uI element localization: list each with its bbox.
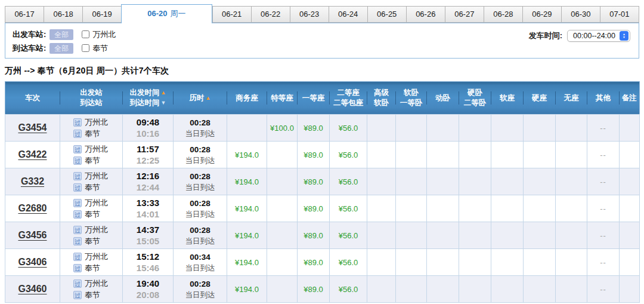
col-depart-time[interactable]: 出发时间▲ — [123, 88, 174, 98]
col-depart-station: 出发站 — [60, 88, 123, 98]
pass-station-icon: 过 — [73, 183, 82, 192]
stations-cell: 过 万州北 过 奉节 — [60, 276, 123, 303]
date-tab[interactable]: 06-29 — [522, 6, 561, 23]
times-cell: 19:40 20:08 — [123, 276, 174, 303]
date-tab[interactable]: 06-30 — [561, 6, 600, 23]
premier-seat-price — [267, 222, 298, 249]
remark-cell — [620, 249, 640, 276]
duration-cell: 00:28 当日到达 — [174, 195, 227, 222]
pass-station-icon: 过 — [73, 130, 82, 138]
sort-asc-icon[interactable]: ▲ — [206, 95, 211, 101]
times-cell: 13:33 14:01 — [123, 195, 174, 222]
stations-cell: 过 万州北 过 奉节 — [60, 115, 123, 142]
train-number-link[interactable]: G3454 — [18, 122, 47, 133]
arrive-time-value: 15:05 — [123, 235, 173, 247]
business-seat-price: ¥194.0 — [227, 168, 267, 195]
adv-soft-sleeper-cell — [367, 222, 396, 249]
remark-cell — [620, 276, 640, 303]
date-tab[interactable]: 06-27 — [445, 6, 484, 23]
soft-sleeper-cell — [396, 168, 427, 195]
other-cell: -- — [587, 115, 620, 142]
arrive-day-label: 当日到达 — [174, 290, 227, 300]
adv-soft-sleeper-cell — [367, 115, 396, 142]
depart-station-name: 万州北 — [85, 251, 108, 262]
other-cell: -- — [587, 249, 620, 276]
date-tab[interactable]: 06-26 — [406, 6, 445, 23]
adv-soft-sleeper-cell — [367, 168, 396, 195]
hard-sleeper-cell — [459, 249, 491, 276]
date-tab[interactable]: 07-01 — [600, 6, 639, 23]
train-number-link[interactable]: G2680 — [18, 203, 47, 213]
sort-desc-icon[interactable]: ▼ — [161, 100, 166, 106]
first-class-price: ¥89.0 — [298, 115, 330, 142]
date-tab[interactable]: 06-23 — [290, 6, 329, 23]
arrive-station-all-button[interactable]: 全部 — [49, 43, 73, 54]
depart-time-value: 15:12 — [123, 251, 173, 262]
depart-station-name: 万州北 — [85, 144, 108, 155]
sort-asc-icon[interactable]: ▲ — [161, 90, 166, 96]
pass-station-icon: 过 — [73, 145, 82, 153]
soft-seat-cell — [491, 276, 524, 303]
depart-station-name: 万州北 — [85, 278, 108, 289]
business-seat-price: ¥194.0 — [227, 249, 267, 276]
soft-sleeper-cell — [396, 249, 427, 276]
date-tab[interactable]: 06-22 — [251, 6, 290, 23]
date-tab[interactable]: 06-28 — [484, 6, 522, 23]
soft-seat-cell — [491, 195, 524, 222]
date-tab[interactable]: 06-19 — [82, 6, 121, 23]
first-class-price: ¥89.0 — [298, 142, 330, 168]
train-number-link[interactable]: G3456 — [18, 230, 47, 240]
hard-seat-cell — [524, 276, 556, 303]
date-tab[interactable]: 06-24 — [329, 6, 367, 23]
date-tab-label: 06-29 — [532, 10, 552, 19]
business-seat-price — [227, 115, 267, 142]
train-row: G3456 过 万州北 过 奉节 14:37 15:05 00:28 当日到达 … — [5, 222, 640, 249]
train-no-cell: G3406 — [5, 249, 60, 276]
col-first-class: 一等座 — [298, 82, 330, 115]
first-class-price: ¥89.0 — [298, 249, 330, 276]
date-tab[interactable]: 06-25 — [367, 6, 406, 23]
soft-sleeper-cell — [396, 115, 427, 142]
date-tab[interactable]: 06-21 — [212, 6, 251, 23]
arrive-station-name: 奉节 — [85, 128, 100, 139]
arrive-day-label: 当日到达 — [174, 209, 227, 220]
depart-station-label: 出发车站: — [13, 29, 46, 40]
date-tab[interactable]: 06-20周一 — [121, 4, 212, 23]
arrive-time-value: 12:44 — [123, 182, 173, 193]
depart-station-checkbox[interactable] — [82, 30, 89, 38]
train-table-body: G3454 过 万州北 过 奉节 09:48 10:16 00:28 当日到达 … — [5, 115, 640, 303]
arrive-station-checkbox[interactable] — [82, 44, 89, 52]
depart-time-select[interactable]: 00:00--24:00 ▲ ▼ — [567, 30, 630, 42]
hard-sleeper-cell — [459, 142, 491, 168]
duration-cell: 00:28 当日到达 — [174, 142, 227, 168]
train-number-link[interactable]: G3406 — [18, 257, 47, 267]
date-tab[interactable]: 06-17 — [5, 6, 44, 23]
second-class-price: ¥56.0 — [330, 115, 367, 142]
train-row: G3422 过 万州北 过 奉节 11:57 12:25 00:28 当日到达 … — [5, 142, 640, 168]
date-tab[interactable]: 06-18 — [44, 6, 82, 23]
pass-station-icon: 过 — [73, 291, 82, 299]
date-tab-label: 06-24 — [338, 10, 358, 19]
col-times[interactable]: 出发时间▲ 到达时间▼ — [123, 82, 174, 115]
second-class-price: ¥56.0 — [330, 249, 367, 276]
duration-cell: 00:28 当日到达 — [174, 276, 227, 303]
soft-seat-cell — [491, 168, 524, 195]
premier-seat-price — [267, 249, 298, 276]
train-number-link[interactable]: G3422 — [18, 149, 47, 159]
second-class-price: ¥56.0 — [330, 195, 367, 222]
train-number-link[interactable]: G3460 — [18, 284, 47, 294]
col-remark: 备注 — [620, 82, 640, 115]
depart-station-all-button[interactable]: 全部 — [49, 29, 73, 40]
business-seat-price: ¥194.0 — [227, 142, 267, 168]
stations-cell: 过 万州北 过 奉节 — [60, 222, 123, 249]
pass-station-icon: 过 — [73, 237, 82, 245]
train-row: G332 过 万州北 过 奉节 12:16 12:44 00:28 当日到达 ¥… — [5, 168, 640, 195]
first-class-price: ¥89.0 — [298, 222, 330, 249]
col-arrive-time[interactable]: 到达时间▼ — [123, 98, 174, 108]
other-cell: -- — [587, 168, 620, 195]
depart-time-value: 14:37 — [123, 224, 173, 235]
col-duration[interactable]: 历时▲ — [174, 82, 227, 115]
train-number-link[interactable]: G332 — [21, 176, 44, 186]
duration-value: 00:28 — [174, 117, 227, 128]
premier-seat-price — [267, 142, 298, 168]
